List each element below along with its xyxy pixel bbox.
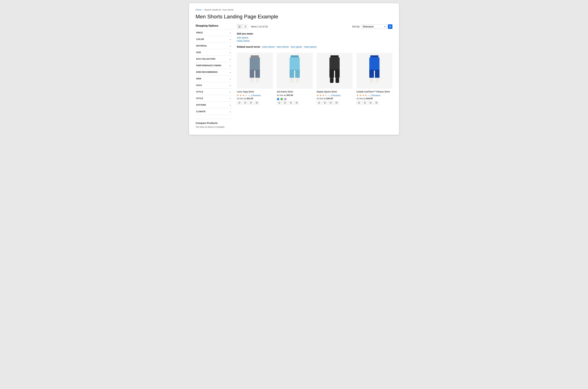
- product-price: As low as $32.00: [237, 97, 273, 100]
- filter-item-style1[interactable]: STYLE⌄: [196, 89, 232, 95]
- star-icon: ★: [362, 94, 364, 97]
- compare-title: Compare Products: [196, 122, 232, 124]
- size-button[interactable]: 34: [368, 101, 373, 105]
- filter-item-size[interactable]: SIZE⌄: [196, 49, 232, 56]
- svg-rect-5: [256, 78, 259, 83]
- page-wrapper: Home > Search results for: 'men shorts' …: [189, 3, 399, 135]
- filter-item-erin-recommends[interactable]: ERIN RECOMMENDS⌄: [196, 69, 232, 75]
- product-image[interactable]: [237, 53, 273, 89]
- product-card: Rapha Sports Short ★★★★★3 Reviews As low…: [317, 53, 353, 105]
- size-button[interactable]: 34: [328, 101, 333, 105]
- related-link[interactable]: men sports: [291, 45, 302, 48]
- page-title: Men Shorts Landing Page Example: [196, 14, 392, 20]
- sort-direction-button[interactable]: ▼: [388, 24, 392, 29]
- size-options: 32333436: [237, 101, 273, 105]
- filter-group: PRICE⌄COLOR⌄MATERIAL⌄SIZE⌄ECO COLLECTION…: [196, 29, 232, 115]
- filter-item-eco-collection[interactable]: ECO COLLECTION⌄: [196, 56, 232, 62]
- grid-view-button[interactable]: ⊞: [237, 24, 242, 29]
- dym-link-men-sports[interactable]: men sports: [237, 36, 392, 39]
- chevron-icon: ⌄: [229, 58, 231, 60]
- svg-rect-2: [250, 70, 254, 78]
- chevron-icon: ⌄: [229, 51, 231, 54]
- filter-label: PERFORMANCE FABRIC: [196, 64, 222, 67]
- reviews-link[interactable]: 2 Reviews: [251, 94, 261, 97]
- product-stars: ★★★★★3 Reviews: [357, 94, 392, 97]
- size-button[interactable]: 32: [237, 101, 242, 105]
- size-button[interactable]: 34: [249, 101, 253, 105]
- color-swatch[interactable]: [280, 98, 283, 100]
- reviews-link[interactable]: 3 Reviews: [331, 94, 340, 97]
- dym-link-mean-shorts[interactable]: mean shorts: [237, 40, 392, 42]
- filter-item-style2[interactable]: STYLE⌄: [196, 95, 232, 102]
- svg-rect-19: [369, 58, 379, 71]
- color-swatch[interactable]: [284, 98, 287, 100]
- related-link[interactable]: mens shorts: [262, 45, 275, 48]
- filter-item-performance-fabric[interactable]: PERFORMANCE FABRIC⌄: [196, 62, 232, 69]
- dym-suggestions: men sportsmean shorts: [237, 36, 392, 42]
- list-view-button[interactable]: ☰: [243, 24, 248, 29]
- chevron-icon: ⌄: [229, 45, 231, 47]
- product-card: Cobalt CoolTech™ Fitness Short ★★★★★3 Re…: [357, 53, 392, 105]
- sidebar-title: Shopping Options: [196, 24, 232, 27]
- product-image[interactable]: [317, 53, 353, 89]
- filter-item-material[interactable]: MATERIAL⌄: [196, 43, 232, 49]
- product-image[interactable]: [277, 53, 313, 89]
- size-button[interactable]: 36: [254, 101, 259, 105]
- reviews-link[interactable]: 3 Reviews: [370, 94, 380, 97]
- related-terms: Related search terms mens shortsmen+shor…: [237, 45, 392, 48]
- size-button[interactable]: 33: [282, 101, 287, 105]
- filter-item-price[interactable]: PRICE⌄: [196, 30, 232, 36]
- chevron-icon: ⌄: [229, 32, 231, 34]
- filter-item-color[interactable]: COLOR⌄: [196, 36, 232, 43]
- items-count: Items 1-12 of 18: [251, 25, 268, 28]
- filter-label: STYLE: [196, 97, 203, 99]
- size-button[interactable]: 33: [322, 101, 327, 105]
- product-price: As low as $35.00: [317, 97, 353, 100]
- dym-title: Did you mean: [237, 32, 392, 35]
- products-grid: Lono Yoga Short ★★★★★2 Reviews As low as…: [237, 53, 392, 105]
- svg-rect-0: [251, 55, 259, 57]
- view-toggle: ⊞ ☰: [237, 24, 248, 29]
- filter-item-sale[interactable]: SALE⌄: [196, 82, 232, 89]
- filter-item-pattern[interactable]: PATTERN⌄: [196, 102, 232, 108]
- size-button[interactable]: 33: [362, 101, 367, 105]
- star-icon: ★: [325, 94, 327, 97]
- related-link[interactable]: mens sports: [304, 45, 316, 48]
- related-link[interactable]: men+shorts: [277, 45, 289, 48]
- filter-item-climate[interactable]: CLIMATE⌄: [196, 108, 232, 115]
- size-button[interactable]: 33: [243, 101, 247, 105]
- filter-label: PATTERN: [196, 104, 206, 106]
- svg-rect-15: [335, 70, 340, 78]
- svg-rect-13: [330, 58, 340, 71]
- color-swatch[interactable]: [277, 98, 280, 100]
- sort-select[interactable]: Relevance Price: Low to High Price: High…: [361, 24, 387, 29]
- svg-rect-8: [290, 70, 294, 78]
- size-button[interactable]: 32: [317, 101, 321, 105]
- product-price: As low as $44.00: [357, 97, 392, 100]
- size-button[interactable]: 32: [357, 101, 361, 105]
- sort-area: Sort By Relevance Price: Low to High Pri…: [352, 24, 392, 29]
- toolbar-left: ⊞ ☰ Items 1-12 of 18: [237, 24, 268, 29]
- filter-label: NEW: [196, 77, 201, 80]
- svg-rect-1: [250, 58, 260, 71]
- size-button[interactable]: 34: [288, 101, 293, 105]
- did-you-mean: Did you mean men sportsmean shorts: [237, 32, 392, 42]
- product-image[interactable]: [357, 53, 392, 89]
- star-icon: ★: [319, 94, 322, 97]
- product-card: Sol Active Short As low as $32.00 323334…: [277, 53, 313, 105]
- svg-rect-21: [375, 70, 380, 78]
- svg-rect-10: [290, 78, 294, 83]
- product-price: As low as $32.00: [277, 94, 313, 97]
- star-icon: ★: [328, 94, 330, 97]
- size-button[interactable]: 32: [277, 101, 281, 105]
- svg-rect-12: [331, 55, 339, 57]
- size-button[interactable]: 36: [374, 101, 379, 105]
- filter-item-new[interactable]: NEW⌄: [196, 75, 232, 82]
- size-button[interactable]: 36: [334, 101, 339, 105]
- breadcrumb-home[interactable]: Home: [196, 8, 201, 11]
- chevron-icon: ⌄: [229, 65, 231, 67]
- size-button[interactable]: 36: [294, 101, 299, 105]
- size-options: 32333436: [317, 101, 353, 105]
- svg-rect-4: [250, 78, 254, 83]
- product-name: Lono Yoga Short: [237, 90, 273, 93]
